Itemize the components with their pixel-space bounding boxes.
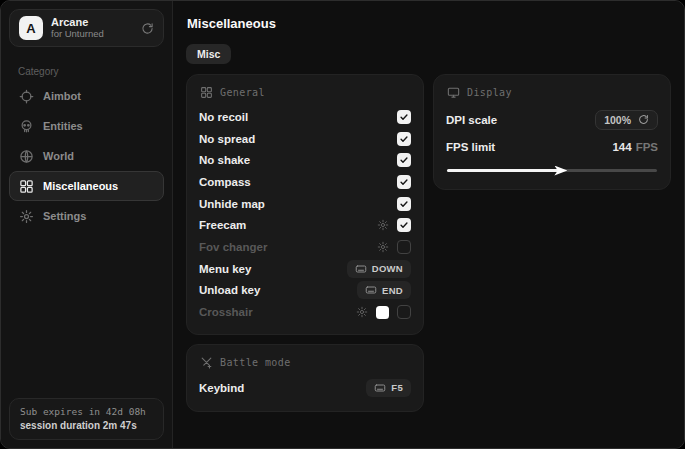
row-label: Unhide map <box>199 198 265 210</box>
sub-expires-text: Sub expires in 42d 08h <box>20 406 153 417</box>
dpi-scale-value: 100% <box>604 114 631 126</box>
checkbox[interactable] <box>397 110 411 124</box>
sidebar-item-settings[interactable]: Settings <box>9 201 164 231</box>
row-menu-key: Menu keyDOWN <box>199 258 411 280</box>
checkbox[interactable] <box>397 240 411 254</box>
sidebar-item-label: Entities <box>43 120 83 132</box>
keybind-value: END <box>382 285 403 296</box>
row-label: No recoil <box>199 111 248 123</box>
row-unload-key: Unload keyEND <box>199 280 411 302</box>
keyboard-icon <box>365 284 377 296</box>
row-label: Unload key <box>199 284 260 296</box>
row-no-shake: No shake <box>199 149 411 171</box>
crosshair-icon <box>19 89 34 104</box>
panel-display: Display DPI scale 100% FPS limit <box>433 74 671 190</box>
row-freecam: Freecam <box>199 214 411 236</box>
checkbox[interactable] <box>397 132 411 146</box>
gear-icon[interactable] <box>377 219 389 231</box>
session-duration-text: session duration 2m 47s <box>20 420 153 431</box>
checkbox[interactable] <box>397 175 411 189</box>
row-label: Keybind <box>199 382 244 394</box>
sidebar-nav: Aimbot Entities World Miscellaneous <box>1 81 172 231</box>
fps-limit-row: FPS limit 144FPS <box>446 133 658 160</box>
row-no-spread: No spread <box>199 128 411 150</box>
keybind-value: F5 <box>391 382 403 393</box>
fps-limit-unit: FPS <box>636 141 658 153</box>
row-label: Menu key <box>199 263 251 275</box>
keybind-badge[interactable]: END <box>357 281 411 299</box>
main-content: Miscellaneous Misc General No recoilNo s… <box>173 1 685 448</box>
monitor-icon <box>447 86 460 99</box>
sync-icon[interactable] <box>141 22 154 35</box>
gear-icon[interactable] <box>356 306 368 318</box>
entities-icon <box>19 119 34 134</box>
sidebar-item-miscellaneous[interactable]: Miscellaneous <box>9 171 164 201</box>
keyboard-icon <box>355 263 367 275</box>
swords-icon <box>200 356 213 369</box>
row-label: No shake <box>199 154 250 166</box>
sidebar-item-entities[interactable]: Entities <box>9 111 164 141</box>
fps-limit-value: 144 <box>612 141 631 153</box>
panel-title: General <box>220 87 265 98</box>
app-window: A Arcane for Unturned Category Aimbot <box>0 0 685 449</box>
keyboard-icon <box>374 382 386 394</box>
dpi-scale-row: DPI scale 100% <box>446 106 658 133</box>
dpi-scale-label: DPI scale <box>446 114 497 126</box>
checkbox[interactable] <box>397 218 411 232</box>
row-label: Compass <box>199 176 251 188</box>
sidebar-item-label: Aimbot <box>43 90 81 102</box>
panel-title: Battle mode <box>220 357 291 368</box>
row-label: Fov changer <box>199 241 267 253</box>
sidebar: A Arcane for Unturned Category Aimbot <box>1 1 173 448</box>
app-name: Arcane <box>51 16 104 29</box>
globe-icon <box>19 149 34 164</box>
fps-limit-label: FPS limit <box>446 141 495 153</box>
keybind-value: DOWN <box>372 263 403 274</box>
keybind-badge[interactable]: DOWN <box>347 260 411 278</box>
check-icon <box>399 220 409 230</box>
gear-icon[interactable] <box>377 241 389 253</box>
row-fov-changer: Fov changer <box>199 236 411 258</box>
check-icon <box>399 134 409 144</box>
category-label: Category <box>18 66 172 77</box>
row-keybind: KeybindF5 <box>199 376 411 400</box>
sidebar-item-aimbot[interactable]: Aimbot <box>9 81 164 111</box>
dpi-scale-control[interactable]: 100% <box>595 110 658 130</box>
panel-title: Display <box>467 87 512 98</box>
layout-grid-icon <box>200 86 213 99</box>
profile-card[interactable]: A Arcane for Unturned <box>9 9 164 47</box>
keybind-badge[interactable]: F5 <box>366 379 411 397</box>
checkbox[interactable] <box>397 197 411 211</box>
panel-general: General No recoilNo spreadNo shakeCompas… <box>186 74 424 335</box>
subscription-card: Sub expires in 42d 08h session duration … <box>9 398 164 440</box>
checkbox[interactable] <box>397 153 411 167</box>
sidebar-item-label: Settings <box>43 210 86 222</box>
grid-icon <box>19 179 34 194</box>
row-compass: Compass <box>199 171 411 193</box>
sidebar-item-label: Miscellaneous <box>43 180 118 192</box>
check-icon <box>399 155 409 165</box>
row-unhide-map: Unhide map <box>199 193 411 215</box>
check-icon <box>399 177 409 187</box>
reset-icon[interactable] <box>638 114 649 125</box>
sidebar-item-world[interactable]: World <box>9 141 164 171</box>
check-icon <box>399 112 409 122</box>
sidebar-item-label: World <box>43 150 74 162</box>
checkbox[interactable] <box>397 305 411 319</box>
check-icon <box>399 199 409 209</box>
row-label: Crosshair <box>199 306 253 318</box>
panel-battle-mode: Battle mode KeybindF5 <box>186 344 424 412</box>
row-label: No spread <box>199 133 255 145</box>
fps-limit-slider[interactable] <box>447 164 657 176</box>
page-title: Miscellaneous <box>187 16 671 31</box>
row-label: Freecam <box>199 219 246 231</box>
tab-misc[interactable]: Misc <box>186 44 231 64</box>
color-swatch[interactable] <box>376 306 389 319</box>
avatar: A <box>19 16 43 40</box>
app-subtitle: for Unturned <box>51 29 104 40</box>
row-crosshair: Crosshair <box>199 301 411 323</box>
row-no-recoil: No recoil <box>199 106 411 128</box>
gear-icon <box>19 209 34 224</box>
